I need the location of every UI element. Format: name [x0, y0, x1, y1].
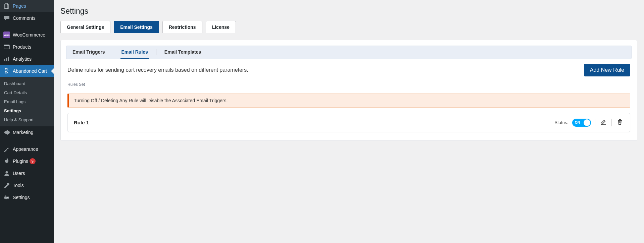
- elex-icon: ELEx: [3, 68, 10, 74]
- sidebar-item-users[interactable]: Users: [0, 167, 54, 179]
- submenu-item-help-support[interactable]: Help & Support: [0, 115, 54, 124]
- sidebar-item-pages[interactable]: Pages: [0, 0, 54, 12]
- sidebar-item-label: Pages: [13, 3, 26, 9]
- subtab-email-templates[interactable]: Email Templates: [164, 46, 202, 59]
- sidebar-item-settings[interactable]: Settings: [0, 191, 54, 203]
- svg-rect-5: [8, 57, 9, 61]
- warning-alert: Turning Off / Deleting Any Rule will Dis…: [67, 94, 630, 108]
- delete-rule-button[interactable]: [616, 118, 624, 127]
- tab-general-settings[interactable]: General Settings: [60, 21, 110, 33]
- rule-status-toggle[interactable]: ON: [572, 119, 591, 127]
- sidebar-item-label: Analytics: [13, 56, 32, 62]
- subtab-separator: [156, 49, 156, 55]
- sidebar-item-plugins[interactable]: Plugins 9: [0, 155, 54, 167]
- sidebar-item-label: Plugins: [13, 159, 28, 164]
- sidebar-item-label: Marketing: [13, 130, 33, 135]
- status-label: Status:: [555, 120, 568, 125]
- action-separator: [595, 119, 595, 126]
- tools-icon: [3, 182, 10, 189]
- sidebar-item-label: Abandoned Cart: [13, 68, 47, 74]
- sidebar-item-label: Users: [13, 171, 25, 176]
- submenu-item-dashboard[interactable]: Dashboard: [0, 79, 54, 88]
- marketing-icon: [3, 129, 10, 136]
- users-icon: [3, 170, 10, 177]
- subtab-email-rules[interactable]: Email Rules: [120, 46, 148, 59]
- add-new-rule-button[interactable]: Add New Rule: [584, 64, 630, 76]
- main-content: Settings General Settings Email Settings…: [54, 0, 644, 243]
- rules-set-label: Rules Set: [67, 82, 85, 88]
- submenu-item-cart-details[interactable]: Cart Details: [0, 88, 54, 97]
- svg-point-11: [7, 197, 8, 198]
- svg-point-6: [6, 171, 8, 174]
- svg-point-12: [5, 198, 7, 199]
- sidebar-item-abandoned-cart[interactable]: ELEx Abandoned Cart: [0, 65, 54, 77]
- action-separator: [611, 119, 612, 126]
- settings-icon: [3, 194, 10, 201]
- woo-icon: Woo: [3, 32, 10, 38]
- tab-license[interactable]: License: [206, 21, 236, 33]
- primary-tabs: General Settings Email Settings Restrict…: [60, 21, 637, 33]
- admin-sidebar: Pages Comments Woo WooCommerce Products …: [0, 0, 54, 243]
- subtab-email-triggers[interactable]: Email Triggers: [72, 46, 105, 59]
- content-card: Email Triggers Email Rules Email Templat…: [60, 40, 637, 141]
- rule-name: Rule 1: [74, 120, 89, 125]
- sidebar-item-label: Comments: [13, 15, 36, 21]
- toggle-on-text: ON: [575, 121, 580, 124]
- comments-icon: [3, 15, 10, 21]
- svg-rect-2: [4, 45, 9, 46]
- sidebar-item-tools[interactable]: Tools: [0, 179, 54, 191]
- svg-rect-9: [4, 198, 9, 199]
- analytics-icon: [3, 56, 10, 62]
- edit-rule-button[interactable]: [599, 118, 607, 127]
- products-icon: [3, 44, 10, 50]
- sidebar-item-analytics[interactable]: Analytics: [0, 53, 54, 65]
- toggle-knob: [584, 119, 590, 126]
- edit-icon: [600, 119, 607, 126]
- rule-row: Rule 1 Status: ON: [67, 113, 630, 132]
- submenu-item-email-logs[interactable]: Email Logs: [0, 97, 54, 106]
- sidebar-item-label: Tools: [13, 183, 24, 188]
- trash-icon: [616, 119, 623, 126]
- sidebar-item-label: WooCommerce: [13, 32, 45, 38]
- svg-rect-4: [6, 58, 7, 61]
- plugins-icon: [3, 158, 10, 165]
- submenu-item-settings[interactable]: Settings: [0, 106, 54, 115]
- svg-rect-7: [4, 196, 9, 196]
- svg-rect-3: [4, 59, 5, 61]
- svg-point-10: [5, 195, 6, 197]
- sidebar-item-label: Settings: [13, 195, 30, 200]
- subtab-separator: [113, 49, 113, 55]
- sidebar-item-comments[interactable]: Comments: [0, 12, 54, 24]
- section-description: Define rules for sending cart recovery e…: [67, 67, 248, 73]
- sidebar-item-products[interactable]: Products: [0, 41, 54, 53]
- sidebar-item-label: Appearance: [13, 146, 38, 152]
- sidebar-item-marketing[interactable]: Marketing: [0, 126, 54, 138]
- appearance-icon: [3, 146, 10, 153]
- page-title: Settings: [60, 7, 637, 16]
- sidebar-item-appearance[interactable]: Appearance: [0, 143, 54, 155]
- tab-restrictions[interactable]: Restrictions: [162, 21, 202, 33]
- sidebar-submenu: Dashboard Cart Details Email Logs Settin…: [0, 77, 54, 126]
- plugins-update-badge: 9: [30, 158, 36, 164]
- sidebar-item-woocommerce[interactable]: Woo WooCommerce: [0, 29, 54, 41]
- pages-icon: [3, 3, 10, 9]
- rule-actions: Status: ON: [555, 118, 624, 127]
- svg-rect-8: [4, 197, 9, 198]
- tab-email-settings[interactable]: Email Settings: [114, 21, 159, 33]
- sidebar-item-label: Products: [13, 44, 31, 50]
- sub-tabs: Email Triggers Email Rules Email Templat…: [66, 46, 632, 59]
- svg-rect-1: [4, 46, 9, 49]
